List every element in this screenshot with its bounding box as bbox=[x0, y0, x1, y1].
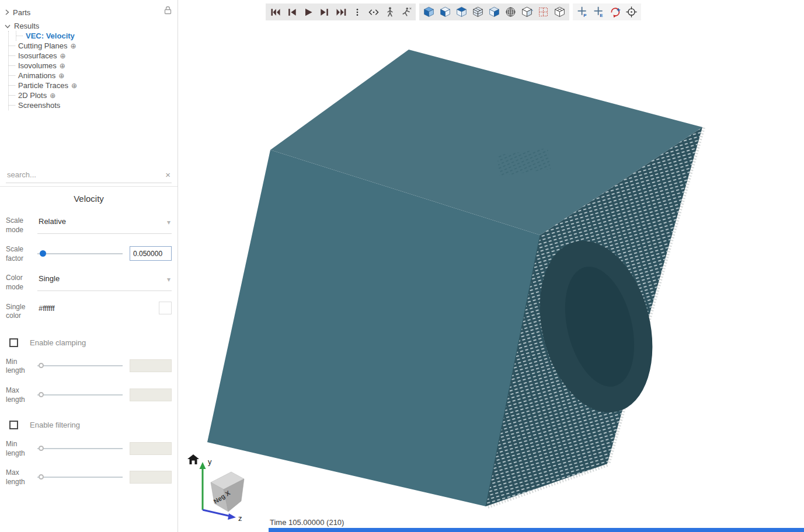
toolbar-group-playback bbox=[266, 4, 416, 20]
single-color-label: Single color bbox=[6, 302, 37, 321]
scale-factor-input[interactable] bbox=[130, 246, 172, 261]
single-color-field: Single color #ffffff bbox=[4, 302, 174, 321]
slider-thumb bbox=[39, 474, 44, 480]
orientation-cube[interactable]: Neg X bbox=[211, 472, 244, 512]
tree-item-animations[interactable]: Animations ⊕ bbox=[9, 71, 177, 80]
tree-item-label: Isovolumes bbox=[18, 61, 57, 70]
clamp-max-label: Max length bbox=[6, 385, 37, 404]
search-box: × bbox=[6, 168, 172, 183]
tree-item-label: Cutting Planes bbox=[18, 41, 68, 50]
walk-mode-button[interactable] bbox=[384, 6, 396, 18]
fly-mode-button[interactable] bbox=[400, 6, 412, 18]
scale-mode-label: Scale mode bbox=[6, 215, 37, 235]
tree-item-label: Screenshots bbox=[18, 101, 60, 110]
filter-max-slider bbox=[37, 470, 123, 484]
enable-filtering-checkbox[interactable] bbox=[9, 421, 18, 429]
lock-icon[interactable] bbox=[164, 6, 172, 16]
isometric-view-button[interactable] bbox=[423, 6, 435, 18]
skip-to-start-button[interactable] bbox=[269, 6, 281, 18]
filter-min-label: Min length bbox=[6, 439, 37, 458]
add-icon[interactable]: ⊕ bbox=[71, 43, 76, 50]
pick-element-button[interactable]: E bbox=[593, 6, 605, 18]
viewport-3d[interactable]: y z Neg X bbox=[178, 0, 804, 532]
scale-factor-label: Scale factor bbox=[6, 244, 37, 263]
add-icon[interactable]: ⊕ bbox=[60, 52, 65, 60]
left-view-button[interactable] bbox=[439, 6, 451, 18]
y-axis-arrowhead bbox=[200, 462, 206, 469]
z-axis-label: z bbox=[238, 514, 242, 523]
add-icon[interactable]: ⊕ bbox=[60, 62, 65, 69]
unfold-cube-view-button[interactable] bbox=[521, 6, 533, 18]
enable-filtering-label: Enable filtering bbox=[30, 421, 80, 429]
clip-plane-grid-button[interactable] bbox=[537, 6, 549, 18]
tree-connector bbox=[9, 55, 15, 56]
tree-item-label: 2D Plots bbox=[18, 91, 47, 100]
tree-item-particle-traces[interactable]: Particle Traces ⊕ bbox=[9, 80, 177, 90]
tree-connector bbox=[9, 85, 15, 86]
more-options-button[interactable] bbox=[351, 6, 363, 18]
velocity-cube[interactable] bbox=[207, 50, 702, 506]
globe-grid-view-button[interactable] bbox=[504, 6, 517, 18]
orientation-triad[interactable]: y z Neg X bbox=[200, 457, 245, 523]
front-view-button[interactable] bbox=[488, 6, 500, 18]
slider-thumb[interactable] bbox=[40, 250, 46, 257]
clamp-max-field: Max length bbox=[4, 385, 174, 404]
slider-track[interactable] bbox=[37, 253, 123, 254]
z-axis-arrow[interactable] bbox=[203, 510, 231, 516]
scale-mode-field: Scale mode Relative ▾ bbox=[4, 215, 174, 235]
play-button[interactable] bbox=[302, 6, 314, 18]
scale-factor-slider[interactable] bbox=[37, 247, 123, 261]
tree-item-parts[interactable]: Parts bbox=[0, 7, 177, 18]
tree-item-results[interactable]: Results bbox=[0, 20, 177, 31]
tree-item-isosurfaces[interactable]: Isosurfaces ⊕ bbox=[9, 51, 177, 61]
filter-min-slider bbox=[37, 442, 123, 456]
pick-point-button[interactable]: P bbox=[576, 6, 589, 18]
tree-connector bbox=[9, 75, 15, 76]
tree-item-isovolumes[interactable]: Isovolumes ⊕ bbox=[9, 61, 177, 71]
tree-item-label: Isosurfaces bbox=[18, 51, 57, 60]
skip-to-end-button[interactable] bbox=[335, 6, 347, 18]
expand-horizontal-button[interactable] bbox=[367, 6, 380, 18]
tree-item-cutting-planes[interactable]: Cutting Planes ⊕ bbox=[9, 41, 177, 51]
tree-item-label: Animations bbox=[18, 71, 55, 80]
rotate-gizmo-button[interactable] bbox=[609, 6, 621, 18]
results-tree: Parts Results VEC: Velocity Cutting Plan… bbox=[0, 7, 177, 110]
y-axis-label: y bbox=[208, 457, 212, 466]
tree-item-label: Parts bbox=[13, 8, 30, 17]
home-icon[interactable] bbox=[187, 454, 199, 464]
step-forward-button[interactable] bbox=[318, 6, 330, 18]
mesh-cube-view-button[interactable] bbox=[472, 6, 484, 18]
timeline-scrubber[interactable] bbox=[269, 528, 804, 532]
color-swatch[interactable] bbox=[159, 302, 172, 314]
app-window: Parts Results VEC: Velocity Cutting Plan… bbox=[0, 0, 804, 532]
enable-clamping-checkbox[interactable] bbox=[9, 338, 18, 347]
search-input[interactable] bbox=[6, 168, 172, 183]
add-icon[interactable]: ⊕ bbox=[50, 92, 55, 99]
tree-item-screenshots[interactable]: Screenshots bbox=[9, 100, 177, 110]
center-target-button[interactable] bbox=[625, 6, 638, 18]
clamp-min-field: Min length bbox=[4, 356, 174, 376]
add-icon[interactable]: ⊕ bbox=[71, 82, 77, 89]
clamp-min-input bbox=[130, 359, 172, 372]
slider-track bbox=[37, 448, 123, 449]
enable-clamping-label: Enable clamping bbox=[30, 338, 86, 347]
slider-thumb bbox=[39, 446, 44, 451]
scale-mode-select[interactable]: Relative bbox=[37, 215, 172, 234]
grid-cube-view-button[interactable] bbox=[554, 6, 566, 18]
add-icon[interactable]: ⊕ bbox=[58, 72, 64, 79]
top-view-button[interactable] bbox=[455, 6, 468, 18]
slider-track bbox=[37, 477, 123, 478]
toolbar-group-pick: P E bbox=[573, 4, 641, 20]
scene-canvas[interactable]: y z Neg X bbox=[178, 0, 804, 532]
main-toolbar: P E bbox=[266, 4, 641, 20]
clear-search-icon[interactable]: × bbox=[165, 170, 170, 180]
tree-item-label: Results bbox=[14, 22, 39, 30]
tree-item-2d-plots[interactable]: 2D Plots ⊕ bbox=[9, 90, 177, 100]
velocity-panel: Velocity Scale mode Relative ▾ Scale fac… bbox=[0, 186, 177, 532]
enable-filtering-row: Enable filtering bbox=[9, 421, 168, 429]
slider-track bbox=[37, 365, 123, 366]
step-back-button[interactable] bbox=[286, 6, 298, 18]
enable-clamping-row: Enable clamping bbox=[9, 338, 168, 347]
color-mode-select[interactable]: Single bbox=[37, 272, 172, 291]
tree-item-vec-velocity[interactable]: VEC: Velocity bbox=[16, 31, 177, 41]
